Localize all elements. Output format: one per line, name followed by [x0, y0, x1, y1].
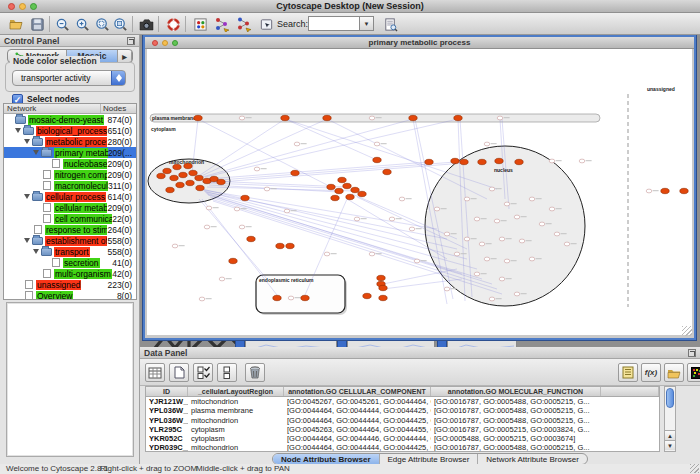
help-button[interactable]: [163, 15, 183, 33]
network-node-red[interactable]: [338, 177, 346, 182]
network-node-red[interactable]: [661, 188, 669, 193]
network-node-open[interactable]: [204, 225, 210, 229]
network-node-open[interactable]: [474, 217, 480, 221]
new-attribute-button[interactable]: [169, 363, 189, 382]
tree-row[interactable]: secretion41(0): [4, 257, 136, 268]
zoom-out-button[interactable]: [52, 15, 72, 33]
network-node-red[interactable]: [186, 180, 194, 185]
attribute-table-button[interactable]: [145, 363, 165, 382]
advanced-search-button[interactable]: [380, 15, 400, 33]
tree-row[interactable]: response to stimulu264(0): [4, 224, 136, 235]
network-node-open[interactable]: [264, 187, 270, 191]
attribute-editor-button[interactable]: [618, 363, 638, 382]
network-node-red[interactable]: [680, 188, 688, 193]
network-node-open[interactable]: [414, 259, 420, 263]
table-column-header[interactable]: ID: [146, 387, 188, 396]
network-node-red[interactable]: [495, 158, 503, 163]
network-node-open[interactable]: [494, 219, 500, 223]
network-node-open[interactable]: [549, 159, 555, 163]
scroll-up-icon[interactable]: ▲: [665, 430, 675, 440]
network-node-red[interactable]: [189, 170, 197, 175]
table-column-header[interactable]: _cellularLayoutRegion: [188, 387, 284, 396]
network-node-red[interactable]: [173, 164, 181, 169]
network-node-open[interactable]: [499, 277, 505, 281]
snapshot-button[interactable]: [136, 15, 156, 33]
network-node-open[interactable]: [579, 159, 585, 163]
zoom-fit-button[interactable]: [110, 15, 130, 33]
network-node-open[interactable]: [399, 197, 405, 201]
import-attributes-button[interactable]: [664, 363, 684, 382]
birds-eye-view-panel[interactable]: [6, 302, 134, 457]
network-node-open[interactable]: [354, 217, 360, 221]
tree-expand-icon[interactable]: [33, 249, 39, 254]
network-node-red[interactable]: [478, 159, 486, 164]
attribute-matrix-button[interactable]: [687, 363, 700, 382]
tree-row[interactable]: transport558(0): [4, 246, 136, 257]
table-row[interactable]: YLR295Ccytoplasm[GO:0045263, GO:0044464,…: [146, 425, 659, 434]
network-node-open[interactable]: [219, 277, 225, 281]
tree-row[interactable]: multi-organism pro42(0): [4, 268, 136, 279]
select-attributes-button[interactable]: [193, 363, 213, 382]
tree-expand-icon[interactable]: [24, 238, 30, 243]
search-input[interactable]: [308, 16, 360, 31]
network-node-red[interactable]: [454, 115, 462, 120]
tree-expand-icon[interactable]: [24, 194, 30, 199]
tree-row[interactable]: biological_process651(0): [4, 125, 136, 136]
network-node-open[interactable]: [484, 257, 490, 261]
delete-attribute-button[interactable]: [245, 363, 265, 382]
network-node-open[interactable]: [288, 296, 294, 300]
network-node-open[interactable]: [514, 215, 520, 219]
network-node-red[interactable]: [241, 195, 249, 200]
table-column-header[interactable]: annotation.GO MOLECULAR_FUNCTION: [431, 387, 601, 396]
network-node-open[interactable]: [454, 252, 460, 256]
network-node-red[interactable]: [373, 157, 381, 162]
network-node-open[interactable]: [172, 244, 178, 248]
tree-row[interactable]: Overview8(0): [4, 290, 136, 300]
modify-network-2-button[interactable]: [234, 15, 254, 33]
network-node-open[interactable]: [239, 116, 245, 120]
tree-row[interactable]: unassigned223(0): [4, 279, 136, 290]
network-node-red[interactable]: [363, 293, 371, 298]
scrollbar-thumb[interactable]: [666, 388, 674, 408]
network-node-red[interactable]: [179, 172, 187, 177]
network-node-open[interactable]: [444, 232, 450, 236]
network-node-open[interactable]: [284, 209, 290, 213]
network-node-open[interactable]: [497, 116, 503, 120]
tree-row[interactable]: metabolic process280(0): [4, 136, 136, 147]
network-node-open[interactable]: [499, 237, 505, 241]
network-node-open[interactable]: [369, 116, 375, 120]
network-node-open[interactable]: [646, 189, 652, 193]
network-node-open[interactable]: [549, 207, 555, 211]
network-node-red[interactable]: [343, 183, 351, 188]
tree-row[interactable]: cell communicat22(0): [4, 213, 136, 224]
tab-edge-attribute-browser[interactable]: Edge Attribute Browser: [380, 454, 479, 464]
network-node-red[interactable]: [196, 185, 204, 190]
table-column-header[interactable]: annotation.GO CELLULAR_COMPONENT: [284, 387, 431, 396]
table-row[interactable]: YKR052Ccytoplasm[GO:0044464, GO:0044446,…: [146, 434, 659, 443]
tree-col-network[interactable]: Network: [4, 104, 100, 113]
network-node-open[interactable]: [254, 167, 260, 171]
network-window-titlebar[interactable]: primary metabolic process: [145, 37, 694, 49]
network-node-open[interactable]: [234, 207, 240, 211]
network-node-open[interactable]: [369, 252, 375, 256]
float-data-panel-icon[interactable]: [688, 349, 696, 357]
network-node-red[interactable]: [276, 243, 284, 248]
network-node-red[interactable]: [377, 275, 385, 280]
network-node-red[interactable]: [346, 194, 354, 199]
network-node-open[interactable]: [389, 217, 395, 221]
network-node-open[interactable]: [206, 206, 212, 210]
network-node-red[interactable]: [379, 295, 387, 300]
network-node-open[interactable]: [374, 142, 380, 146]
network-canvas[interactable]: plasma membrane cytoplasm mitochondrion …: [147, 49, 692, 335]
network-node-red[interactable]: [323, 115, 331, 120]
network-node-red[interactable]: [460, 159, 468, 164]
node-color-dropdown[interactable]: transporter activity: [12, 70, 126, 86]
float-panel-icon[interactable]: [127, 37, 135, 45]
network-node-open[interactable]: [504, 202, 510, 206]
network-node-open[interactable]: [409, 227, 415, 231]
search-dropdown-button[interactable]: ▼: [360, 16, 374, 31]
network-node-red[interactable]: [281, 115, 289, 120]
network-node-red[interactable]: [451, 158, 459, 163]
tree-expand-icon[interactable]: [15, 128, 21, 133]
network-node-open[interactable]: [484, 142, 490, 146]
